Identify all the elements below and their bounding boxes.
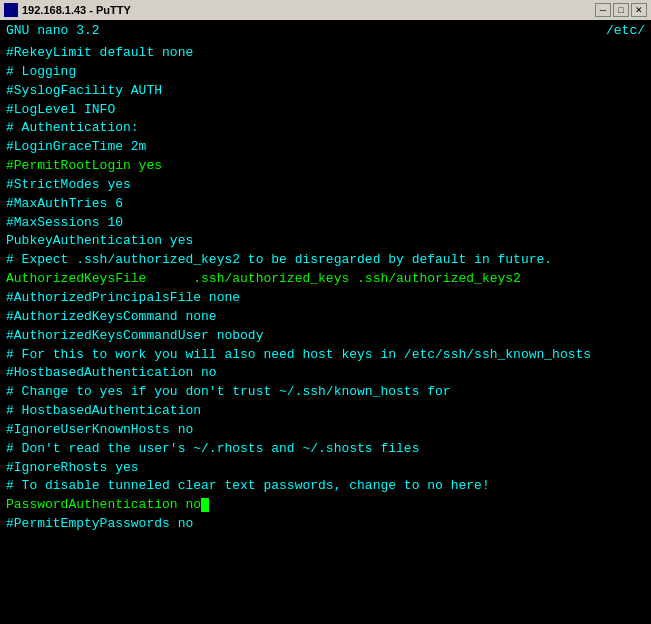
terminal-line: #IgnoreRhosts yes: [6, 459, 645, 478]
terminal-line: #AuthorizedKeysCommandUser nobody: [6, 327, 645, 346]
terminal-line: #SyslogFacility AUTH: [6, 82, 645, 101]
nano-bar: GNU nano 3.2 /etc/: [0, 20, 651, 40]
terminal-line: #LoginGraceTime 2m: [6, 138, 645, 157]
terminal-line: #MaxSessions 10: [6, 214, 645, 233]
terminal-line: #LogLevel INFO: [6, 101, 645, 120]
terminal-line: AuthorizedKeysFile .ssh/authorized_keys …: [6, 270, 645, 289]
terminal-line: # HostbasedAuthentication: [6, 402, 645, 421]
terminal-line: # Expect .ssh/authorized_keys2 to be dis…: [6, 251, 645, 270]
terminal-line: #RekeyLimit default none: [6, 44, 645, 63]
terminal-line: PasswordAuthentication no: [6, 496, 645, 515]
putty-icon: [4, 3, 18, 17]
terminal-line: # Logging: [6, 63, 645, 82]
terminal-line: #AuthorizedPrincipalsFile none: [6, 289, 645, 308]
title-bar: 192.168.1.43 - PuTTY ─ □ ✕: [0, 0, 651, 20]
nano-bar-left: GNU nano 3.2: [6, 23, 100, 38]
terminal-line: # Authentication:: [6, 119, 645, 138]
terminal-line: # For this to work you will also need ho…: [6, 346, 645, 365]
maximize-button[interactable]: □: [613, 3, 629, 17]
cursor: [201, 498, 209, 512]
title-bar-controls: ─ □ ✕: [595, 3, 647, 17]
terminal-line: # Don't read the user's ~/.rhosts and ~/…: [6, 440, 645, 459]
terminal-line: # Change to yes if you don't trust ~/.ss…: [6, 383, 645, 402]
close-button[interactable]: ✕: [631, 3, 647, 17]
terminal-line: PubkeyAuthentication yes: [6, 232, 645, 251]
terminal-line: #PermitRootLogin yes: [6, 157, 645, 176]
terminal-line: #AuthorizedKeysCommand none: [6, 308, 645, 327]
terminal-line: #MaxAuthTries 6: [6, 195, 645, 214]
nano-bar-right: /etc/: [606, 23, 645, 38]
terminal-line: # To disable tunneled clear text passwor…: [6, 477, 645, 496]
minimize-button[interactable]: ─: [595, 3, 611, 17]
terminal[interactable]: #RekeyLimit default none# Logging#Syslog…: [0, 40, 651, 624]
terminal-line: #PermitEmptyPasswords no: [6, 515, 645, 534]
terminal-line: #HostbasedAuthentication no: [6, 364, 645, 383]
title-bar-text: 192.168.1.43 - PuTTY: [22, 4, 131, 16]
terminal-line: #IgnoreUserKnownHosts no: [6, 421, 645, 440]
terminal-line: #StrictModes yes: [6, 176, 645, 195]
